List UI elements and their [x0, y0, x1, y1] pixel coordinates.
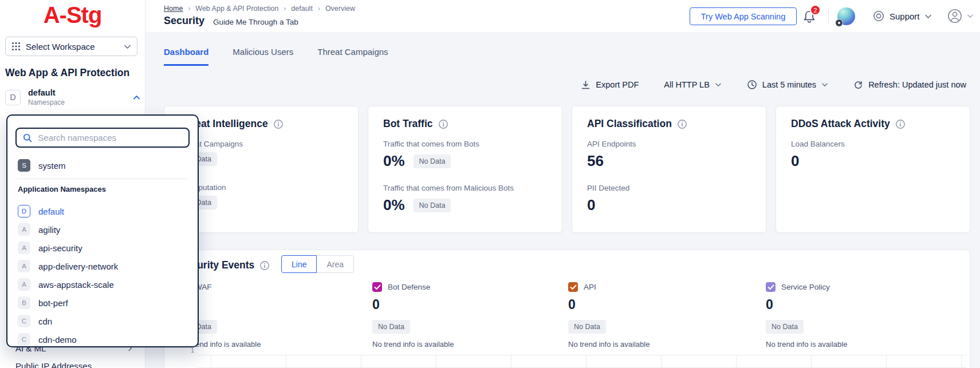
namespace-initial-badge: A — [18, 242, 30, 254]
workspace-selector[interactable]: Select Workspace — [5, 37, 137, 56]
workspace-selector-label: Select Workspace — [26, 42, 95, 52]
namespace-item-label: api-security — [38, 243, 82, 253]
namespace-item-label: bot-perf — [38, 298, 68, 308]
no-data-badge: No Data — [372, 320, 410, 334]
namespace-item-system[interactable]: S system — [18, 157, 66, 174]
y-axis-tick: 1 — [186, 347, 194, 354]
support-menu[interactable]: Support — [872, 10, 932, 22]
tab-dashboard[interactable]: Dashboard — [164, 47, 208, 66]
namespace-item-label: agility — [38, 225, 60, 235]
chart-gridline — [361, 355, 361, 368]
namespace-item-bot-perf[interactable]: B bot-perf — [7, 294, 198, 312]
service-policy-checkbox[interactable] — [766, 282, 776, 292]
breadcrumb: Home › Web App & API Protection › defaul… — [164, 5, 355, 13]
no-data-badge: No Data — [414, 155, 451, 168]
lb-filter-dropdown[interactable]: All HTTP LB — [664, 80, 722, 89]
chart-gridline — [586, 355, 587, 368]
chart-gridline — [198, 355, 966, 355]
chart-gridline — [511, 355, 511, 368]
chart-gridline — [286, 355, 286, 368]
chart-gridline — [736, 355, 737, 368]
ddos-attack-activity-card: DDoS Attack Activity Load Balancers 0 — [776, 106, 970, 233]
export-pdf-label: Export PDF — [596, 80, 639, 89]
info-icon[interactable] — [259, 260, 270, 271]
namespace-item-default[interactable]: D default — [7, 202, 198, 220]
chevron-down-icon — [715, 82, 722, 87]
namespace-item-agility[interactable]: A agility — [7, 220, 198, 239]
export-pdf-button[interactable]: Export PDF — [581, 80, 639, 90]
no-trend-note: No trend info is available — [568, 340, 746, 349]
info-icon[interactable] — [895, 119, 906, 129]
user-account-menu[interactable] — [947, 8, 974, 24]
toggle-area-button[interactable]: Area — [316, 255, 354, 273]
chevron-down-icon — [924, 14, 932, 19]
namespace-item-aws-appstack-scale[interactable]: A aws-appstack-scale — [7, 275, 198, 294]
api-classification-card: API Classification API Endpoints 56 PII … — [572, 106, 766, 233]
sidebar-item-label: Public IP Addresses — [15, 361, 92, 368]
dashboard-tabs: Dashboard Malicious Users Threat Campaig… — [164, 47, 388, 66]
metric-label: PII Detected — [587, 184, 751, 192]
series-label: Service Policy — [781, 283, 830, 291]
metric-value: 0% — [383, 196, 405, 214]
guide-me-link[interactable]: Guide Me Through a Tab — [213, 18, 298, 26]
breadcrumb-home[interactable]: Home — [164, 5, 183, 13]
series-column-service-policy: Service Policy 0 No Data No trend info i… — [766, 282, 943, 349]
namespace-search-input[interactable] — [38, 133, 182, 143]
series-value: 0 — [372, 297, 550, 312]
breadcrumb-waap[interactable]: Web App & API Protection — [195, 5, 278, 13]
download-icon — [581, 80, 591, 90]
metric-label: Traffic that comes from Bots — [383, 140, 547, 148]
series-column-api: API 0 No Data No trend info is available — [568, 282, 746, 349]
series-value: 0 — [568, 297, 746, 312]
try-web-app-scanning-button[interactable]: Try Web App Scanning — [690, 7, 797, 25]
chevron-down-icon — [821, 82, 828, 87]
namespace-dropdown-panel: S system Application Namespaces D defaul… — [6, 114, 199, 347]
api-checkbox[interactable] — [568, 282, 578, 292]
info-icon[interactable] — [438, 119, 448, 129]
support-label: Support — [890, 11, 920, 21]
bot-traffic-card: Bot Traffic Traffic that comes from Bots… — [368, 106, 562, 233]
metric-label: IP Reputation — [179, 183, 343, 192]
info-icon[interactable] — [677, 119, 687, 129]
time-range-label: Last 5 minutes — [762, 80, 816, 89]
breadcrumb-overview: Overview — [325, 5, 355, 13]
chart-gridline — [961, 355, 962, 368]
refresh-button[interactable]: Refresh: Updated just now — [853, 80, 966, 90]
sidebar-item-public-ip-addresses[interactable]: Public IP Addresses — [15, 361, 92, 368]
namespace-item-app-delivery-network[interactable]: A app-delivery-network — [7, 257, 198, 275]
breadcrumb-default[interactable]: default — [291, 5, 313, 13]
namespace-item-api-security[interactable]: A api-security — [7, 239, 198, 257]
namespace-item-cdn-demo[interactable]: C cdn-demo — [7, 330, 198, 347]
namespace-initial-badge: A — [18, 278, 30, 291]
tab-malicious-users[interactable]: Malicious Users — [233, 47, 293, 66]
namespace-search-box[interactable] — [15, 128, 190, 148]
metric-label: API Endpoints — [587, 140, 751, 148]
namespace-initial-badge: D — [18, 205, 30, 217]
time-range-dropdown[interactable]: Last 5 minutes — [747, 80, 828, 90]
toggle-line-button[interactable]: Line — [281, 255, 317, 273]
namespace-list: D default A agility A api-security A app… — [7, 202, 198, 347]
page-title: Security — [164, 15, 204, 27]
user-avatar-icon — [947, 8, 963, 24]
bot-defense-checkbox[interactable] — [372, 282, 382, 292]
card-title: API Classification — [587, 118, 672, 130]
info-icon[interactable] — [273, 119, 284, 129]
namespace-item-label: aws-appstack-scale — [38, 280, 114, 290]
sidebar-section-title: Web App & API Protection — [5, 67, 129, 79]
tab-threat-campaigns[interactable]: Threat Campaigns — [317, 47, 388, 66]
namespace-initial-badge: D — [5, 90, 21, 105]
no-data-badge: No Data — [568, 320, 606, 334]
chart-gridline — [811, 355, 812, 368]
namespace-item-cdn[interactable]: C cdn — [7, 312, 198, 330]
top-header: Home › Web App & API Protection › defaul… — [145, 0, 980, 33]
namespace-selector[interactable]: D default Namespace — [5, 85, 140, 109]
grid-icon — [11, 42, 21, 51]
card-title: Bot Traffic — [383, 118, 433, 130]
metric-value: 56 — [587, 152, 604, 170]
namespace-initial-badge: A — [18, 223, 30, 236]
series-label: Bot Defense — [388, 283, 430, 291]
namespace-name: default — [28, 88, 65, 97]
no-trend-note: No trend info is available — [372, 340, 550, 349]
app-logo: A-Stg — [0, 2, 145, 28]
series-column-waf: WAF 0 No Data No trend info is available — [179, 282, 357, 349]
